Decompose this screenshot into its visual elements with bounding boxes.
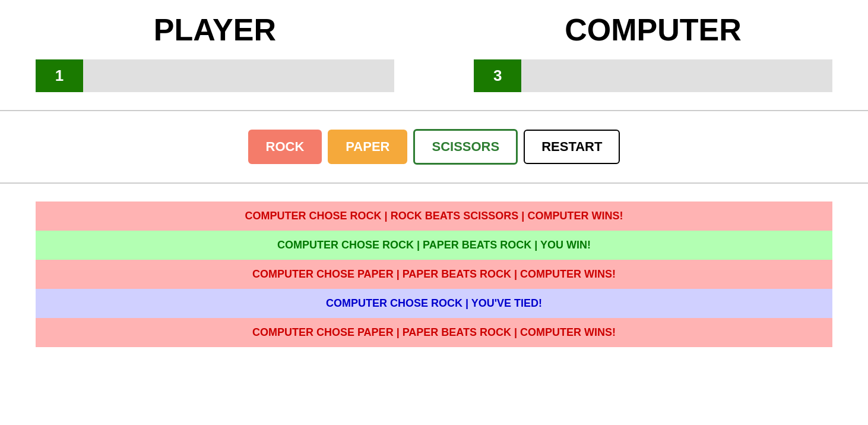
player-score-bar-fill bbox=[83, 59, 394, 92]
history-item-1: COMPUTER CHOSE ROCK | PAPER BEATS ROCK |… bbox=[36, 231, 832, 260]
history-item-3: COMPUTER CHOSE ROCK | YOU'VE TIED! bbox=[36, 289, 832, 318]
restart-button[interactable]: RESTART bbox=[524, 130, 620, 164]
computer-score-bar-fill bbox=[521, 59, 832, 92]
computer-side: COMPUTER 3 bbox=[474, 12, 832, 92]
player-title: PLAYER bbox=[36, 12, 394, 48]
history-item-0: COMPUTER CHOSE ROCK | ROCK BEATS SCISSOR… bbox=[36, 202, 832, 231]
computer-title: COMPUTER bbox=[474, 12, 832, 48]
scissors-button[interactable]: SCISSORS bbox=[413, 129, 518, 165]
paper-button[interactable]: PAPER bbox=[328, 130, 407, 164]
player-side: PLAYER 1 bbox=[36, 12, 394, 92]
computer-score-badge: 3 bbox=[474, 59, 521, 92]
controls-section: ROCK PAPER SCISSORS RESTART bbox=[0, 111, 868, 184]
player-score-bar-container: 1 bbox=[36, 59, 394, 92]
computer-score-bar-container: 3 bbox=[474, 59, 832, 92]
history-section: COMPUTER CHOSE ROCK | ROCK BEATS SCISSOR… bbox=[0, 190, 868, 359]
player-score-badge: 1 bbox=[36, 59, 83, 92]
history-item-2: COMPUTER CHOSE PAPER | PAPER BEATS ROCK … bbox=[36, 260, 832, 289]
rock-button[interactable]: ROCK bbox=[248, 130, 322, 164]
history-item-4: COMPUTER CHOSE PAPER | PAPER BEATS ROCK … bbox=[36, 318, 832, 347]
scores-section: PLAYER 1 COMPUTER 3 bbox=[0, 0, 868, 111]
